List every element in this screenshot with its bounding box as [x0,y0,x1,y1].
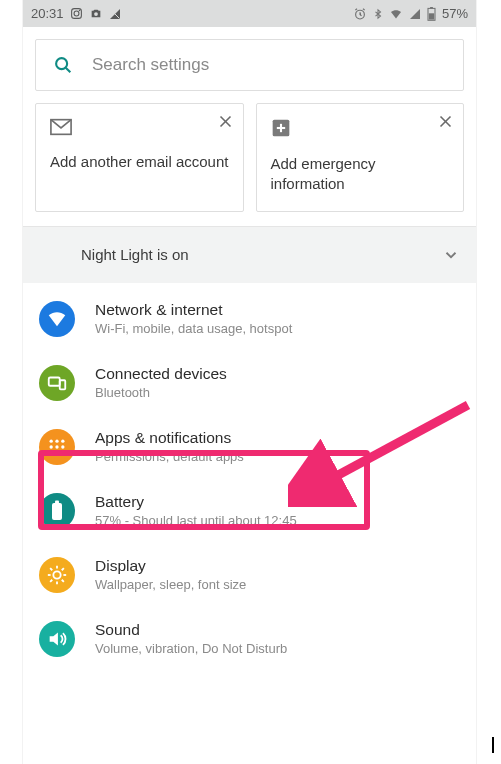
svg-point-24 [50,445,53,448]
status-time: 20:31 [31,6,64,21]
svg-line-39 [50,579,52,581]
row-title: Sound [95,621,287,639]
svg-rect-7 [430,7,433,8]
devices-icon [39,365,75,401]
camera-icon [89,7,103,20]
plus-box-icon [271,118,450,138]
row-subtitle: Volume, vibration, Do Not Disturb [95,641,287,656]
search-placeholder: Search settings [92,55,209,75]
svg-point-26 [61,445,64,448]
row-network-internet[interactable]: Network & internet Wi-Fi, mobile, data u… [23,287,476,351]
row-title: Battery [95,493,297,511]
svg-point-1 [74,11,79,16]
svg-point-3 [94,12,98,16]
svg-rect-31 [55,500,59,503]
close-icon[interactable] [438,114,453,129]
page-edge [492,737,494,753]
svg-line-40 [62,568,64,570]
signal-slash-icon [109,8,121,20]
svg-line-10 [66,68,71,73]
svg-point-29 [61,451,64,454]
row-title: Apps & notifications [95,429,244,447]
row-connected-devices[interactable]: Connected devices Bluetooth [23,351,476,415]
row-sound[interactable]: Sound Volume, vibration, Do Not Disturb [23,607,476,671]
svg-point-22 [55,439,58,442]
svg-line-37 [50,568,52,570]
cell-signal-icon [409,8,421,20]
suggestion-cards: Add another email account Add emergency … [35,103,464,212]
svg-point-2 [78,10,79,11]
svg-point-21 [50,439,53,442]
row-apps-notifications[interactable]: Apps & notifications Permissions, defaul… [23,415,476,479]
row-subtitle: Wallpaper, sleep, font size [95,577,246,592]
phone-frame: 20:31 [23,0,476,764]
alarm-icon [353,7,367,21]
wifi-icon [389,8,403,20]
moon-icon [39,245,59,265]
card-add-email[interactable]: Add another email account [35,103,244,212]
svg-line-38 [62,579,64,581]
apps-grid-icon [39,429,75,465]
svg-point-23 [61,439,64,442]
volume-icon [39,621,75,657]
chevron-down-icon[interactable] [442,246,460,264]
settings-list: Network & internet Wi-Fi, mobile, data u… [23,287,476,671]
battery-icon [427,7,436,21]
battery-circle-icon [39,493,75,529]
svg-point-28 [55,451,58,454]
status-bar: 20:31 [23,0,476,27]
row-subtitle: Wi-Fi, mobile, data usage, hotspot [95,321,292,336]
svg-rect-8 [429,13,434,19]
row-subtitle: Bluetooth [95,385,227,400]
instagram-icon [70,7,83,20]
card-title: Add another email account [50,152,229,172]
banner-label: Night Light is on [81,246,189,263]
card-add-emergency[interactable]: Add emergency information [256,103,465,212]
svg-point-25 [55,445,58,448]
gmail-icon [50,118,229,136]
svg-rect-30 [52,503,62,520]
row-battery[interactable]: Battery 57% - Should last until about 12… [23,479,476,543]
night-light-banner[interactable]: Night Light is on [23,227,476,283]
row-subtitle: 57% - Should last until about 12:45 [95,513,297,528]
wifi-circle-icon [39,301,75,337]
search-bar[interactable]: Search settings [35,39,464,91]
svg-point-9 [56,58,67,69]
row-display[interactable]: Display Wallpaper, sleep, font size [23,543,476,607]
row-title: Connected devices [95,365,227,383]
row-title: Network & internet [95,301,292,319]
status-battery-pct: 57% [442,6,468,21]
svg-point-32 [53,571,60,578]
brightness-icon [39,557,75,593]
svg-rect-19 [49,377,60,385]
svg-point-27 [50,451,53,454]
row-subtitle: Permissions, default apps [95,449,244,464]
row-title: Display [95,557,246,575]
card-title: Add emergency information [271,154,450,195]
svg-rect-20 [60,380,66,389]
bluetooth-icon [373,7,383,21]
close-icon[interactable] [218,114,233,129]
search-icon [52,54,74,76]
